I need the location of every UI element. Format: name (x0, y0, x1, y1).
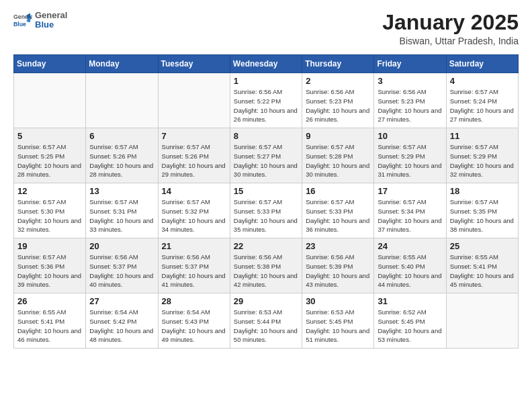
calendar-week-2: 5Sunrise: 6:57 AMSunset: 5:25 PMDaylight… (14, 128, 519, 183)
daylight-text: Daylight: 10 hours and 31 minutes. (378, 162, 441, 179)
calendar-cell: 4Sunrise: 6:57 AMSunset: 5:24 PMDaylight… (446, 73, 518, 128)
sunrise-text: Sunrise: 6:56 AM (234, 88, 282, 95)
sunset-text: Sunset: 5:40 PM (378, 263, 425, 270)
sunset-text: Sunset: 5:45 PM (378, 318, 425, 325)
sunset-text: Sunset: 5:33 PM (234, 208, 281, 215)
sunset-text: Sunset: 5:27 PM (234, 152, 281, 160)
sunrise-text: Sunrise: 6:57 AM (450, 88, 498, 95)
day-number: 30 (306, 296, 370, 306)
daylight-text: Daylight: 10 hours and 33 minutes. (89, 217, 153, 234)
daylight-text: Daylight: 10 hours and 26 minutes. (234, 107, 298, 124)
calendar-week-4: 19Sunrise: 6:57 AMSunset: 5:36 PMDayligh… (14, 238, 519, 293)
calendar-cell: 19Sunrise: 6:57 AMSunset: 5:36 PMDayligh… (14, 238, 86, 293)
calendar-cell: 11Sunrise: 6:57 AMSunset: 5:29 PMDayligh… (446, 128, 518, 183)
day-number: 29 (234, 296, 298, 306)
calendar-cell: 2Sunrise: 6:56 AMSunset: 5:23 PMDaylight… (302, 73, 374, 128)
logo: General Blue General Blue (13, 11, 67, 30)
day-info: Sunrise: 6:53 AMSunset: 5:44 PMDaylight:… (234, 308, 298, 345)
sunrise-text: Sunrise: 6:57 AM (306, 143, 354, 150)
daylight-text: Daylight: 10 hours and 50 minutes. (234, 327, 298, 344)
calendar-cell: 10Sunrise: 6:57 AMSunset: 5:29 PMDayligh… (374, 128, 446, 183)
sunrise-text: Sunrise: 6:57 AM (306, 198, 354, 205)
day-info: Sunrise: 6:55 AMSunset: 5:41 PMDaylight:… (17, 308, 82, 345)
day-number: 16 (306, 186, 370, 196)
calendar-cell: 25Sunrise: 6:55 AMSunset: 5:41 PMDayligh… (446, 238, 518, 293)
sunrise-text: Sunrise: 6:57 AM (17, 143, 66, 150)
day-number: 13 (89, 186, 154, 196)
day-info: Sunrise: 6:55 AMSunset: 5:41 PMDaylight:… (450, 253, 515, 289)
calendar-cell: 3Sunrise: 6:56 AMSunset: 5:23 PMDaylight… (374, 73, 446, 128)
day-info: Sunrise: 6:57 AMSunset: 5:35 PMDaylight:… (450, 197, 515, 234)
day-number: 5 (17, 131, 82, 141)
day-info: Sunrise: 6:56 AMSunset: 5:23 PMDaylight:… (306, 87, 370, 124)
weekday-header-saturday: Saturday (446, 55, 518, 73)
sunset-text: Sunset: 5:31 PM (89, 208, 136, 215)
daylight-text: Daylight: 10 hours and 49 minutes. (162, 327, 226, 344)
sunset-text: Sunset: 5:29 PM (378, 152, 425, 160)
sunrise-text: Sunrise: 6:57 AM (450, 143, 498, 150)
day-number: 4 (450, 76, 515, 86)
sunrise-text: Sunrise: 6:56 AM (234, 253, 282, 261)
day-number: 15 (234, 186, 298, 196)
sunset-text: Sunset: 5:24 PM (450, 97, 497, 105)
day-number: 11 (450, 131, 515, 141)
calendar-cell (158, 73, 230, 128)
day-info: Sunrise: 6:54 AMSunset: 5:43 PMDaylight:… (162, 308, 226, 345)
calendar-cell: 1Sunrise: 6:56 AMSunset: 5:22 PMDaylight… (230, 73, 302, 128)
sunset-text: Sunset: 5:45 PM (306, 318, 353, 325)
sunrise-text: Sunrise: 6:53 AM (306, 308, 354, 316)
weekday-header-sunday: Sunday (14, 55, 86, 73)
sunset-text: Sunset: 5:37 PM (89, 263, 136, 270)
sunset-text: Sunset: 5:32 PM (162, 208, 209, 215)
sunrise-text: Sunrise: 6:57 AM (378, 143, 426, 150)
calendar-cell: 14Sunrise: 6:57 AMSunset: 5:32 PMDayligh… (158, 183, 230, 238)
day-number: 8 (234, 131, 298, 141)
day-info: Sunrise: 6:53 AMSunset: 5:45 PMDaylight:… (306, 308, 370, 345)
calendar-week-5: 26Sunrise: 6:55 AMSunset: 5:41 PMDayligh… (14, 293, 519, 349)
sunset-text: Sunset: 5:22 PM (234, 97, 281, 105)
title-block: January 2025 Biswan, Uttar Pradesh, Indi… (382, 11, 519, 46)
day-number: 27 (89, 296, 154, 306)
daylight-text: Daylight: 10 hours and 28 minutes. (17, 162, 81, 179)
sunrise-text: Sunrise: 6:52 AM (378, 308, 426, 316)
sunrise-text: Sunrise: 6:57 AM (450, 198, 498, 205)
daylight-text: Daylight: 10 hours and 42 minutes. (234, 272, 298, 289)
day-info: Sunrise: 6:57 AMSunset: 5:28 PMDaylight:… (306, 142, 370, 179)
day-info: Sunrise: 6:56 AMSunset: 5:23 PMDaylight:… (378, 87, 442, 124)
day-info: Sunrise: 6:57 AMSunset: 5:29 PMDaylight:… (378, 142, 442, 179)
weekday-header-monday: Monday (86, 55, 158, 73)
sunset-text: Sunset: 5:33 PM (306, 208, 353, 215)
sunset-text: Sunset: 5:34 PM (378, 208, 425, 215)
calendar-cell: 12Sunrise: 6:57 AMSunset: 5:30 PMDayligh… (14, 183, 86, 238)
sunrise-text: Sunrise: 6:56 AM (306, 88, 354, 95)
day-info: Sunrise: 6:54 AMSunset: 5:42 PMDaylight:… (89, 308, 154, 345)
day-info: Sunrise: 6:52 AMSunset: 5:45 PMDaylight:… (378, 308, 442, 345)
daylight-text: Daylight: 10 hours and 37 minutes. (378, 217, 441, 234)
sunrise-text: Sunrise: 6:57 AM (17, 198, 66, 205)
day-info: Sunrise: 6:57 AMSunset: 5:26 PMDaylight:… (89, 142, 154, 179)
sunset-text: Sunset: 5:23 PM (306, 97, 353, 105)
sunrise-text: Sunrise: 6:54 AM (162, 308, 210, 316)
calendar-cell: 7Sunrise: 6:57 AMSunset: 5:26 PMDaylight… (158, 128, 230, 183)
sunrise-text: Sunrise: 6:57 AM (234, 198, 282, 205)
day-number: 10 (378, 131, 442, 141)
daylight-text: Daylight: 10 hours and 51 minutes. (306, 327, 369, 344)
sunset-text: Sunset: 5:28 PM (306, 152, 353, 160)
sunrise-text: Sunrise: 6:56 AM (378, 88, 426, 95)
day-number: 23 (306, 241, 370, 251)
calendar-cell: 28Sunrise: 6:54 AMSunset: 5:43 PMDayligh… (158, 293, 230, 349)
sunrise-text: Sunrise: 6:57 AM (17, 253, 66, 261)
day-number: 20 (89, 241, 154, 251)
day-info: Sunrise: 6:55 AMSunset: 5:40 PMDaylight:… (378, 253, 442, 289)
day-number: 18 (450, 186, 515, 196)
calendar-cell: 6Sunrise: 6:57 AMSunset: 5:26 PMDaylight… (86, 128, 158, 183)
calendar-cell: 5Sunrise: 6:57 AMSunset: 5:25 PMDaylight… (14, 128, 86, 183)
day-number: 7 (162, 131, 226, 141)
sunrise-text: Sunrise: 6:54 AM (89, 308, 138, 316)
calendar-cell (446, 293, 518, 349)
weekday-header-row: SundayMondayTuesdayWednesdayThursdayFrid… (14, 55, 519, 73)
calendar-cell: 13Sunrise: 6:57 AMSunset: 5:31 PMDayligh… (86, 183, 158, 238)
calendar-cell: 26Sunrise: 6:55 AMSunset: 5:41 PMDayligh… (14, 293, 86, 349)
sunset-text: Sunset: 5:41 PM (17, 318, 64, 325)
logo-general-text: General (35, 11, 67, 20)
